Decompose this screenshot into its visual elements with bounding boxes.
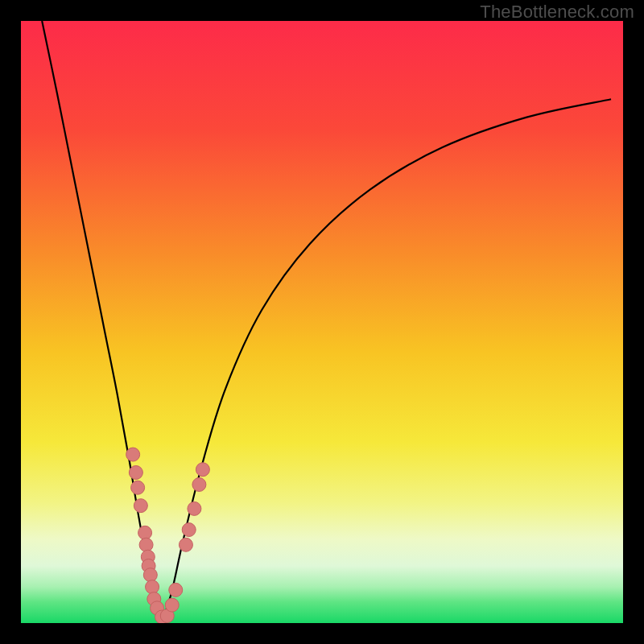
- bottleneck-curve: [21, 21, 623, 623]
- frame-border-right: [623, 0, 644, 644]
- data-marker: [146, 580, 159, 594]
- data-marker: [126, 448, 140, 461]
- marker-group: [126, 448, 210, 623]
- frame-border-bottom: [0, 623, 644, 644]
- data-marker: [134, 499, 147, 513]
- data-marker: [165, 598, 179, 612]
- data-marker: [138, 526, 152, 539]
- data-marker: [131, 481, 145, 494]
- data-marker: [169, 583, 183, 597]
- data-marker: [182, 523, 196, 537]
- data-marker: [139, 538, 153, 551]
- frame-border-left: [0, 0, 21, 644]
- data-marker: [188, 502, 201, 515]
- data-marker: [179, 538, 192, 551]
- data-marker: [196, 463, 209, 477]
- data-marker: [192, 477, 206, 491]
- data-marker: [129, 466, 142, 480]
- plot-area: [21, 21, 623, 623]
- watermark-text: TheBottleneck.com: [480, 2, 634, 23]
- data-marker: [143, 568, 157, 582]
- curve-right-branch: [163, 99, 611, 620]
